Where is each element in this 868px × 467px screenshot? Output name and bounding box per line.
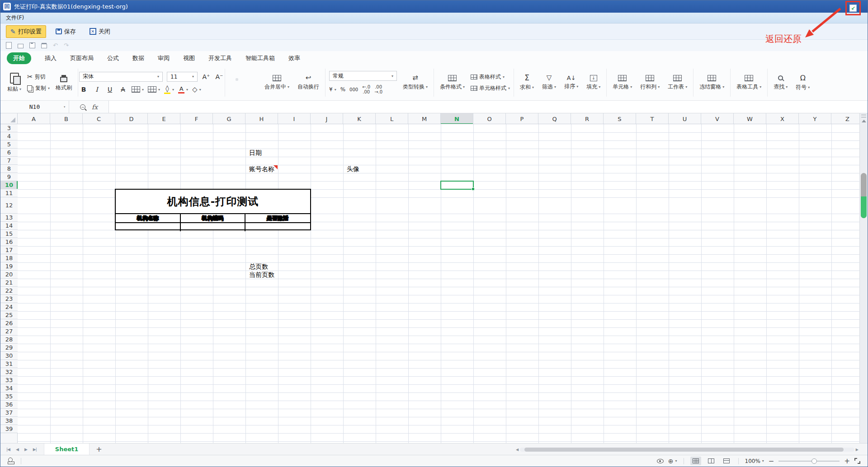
row-header-37[interactable]: 37 — [0, 409, 18, 417]
column-header-Z[interactable]: Z — [831, 113, 860, 124]
row-header-3[interactable]: 3 — [0, 124, 18, 132]
row-header-7[interactable]: 7 — [0, 157, 18, 165]
ribbon-tab-智能工具箱[interactable]: 智能工具箱 — [245, 54, 275, 62]
sheet-tab-Sheet1[interactable]: Sheet1 — [44, 444, 90, 455]
table-empty-cell[interactable] — [245, 223, 309, 231]
number-format-select[interactable]: 常规▾ — [329, 71, 397, 81]
underline-button[interactable]: U — [105, 86, 114, 93]
increase-indent-button[interactable] — [256, 78, 259, 81]
justify-button[interactable] — [249, 84, 252, 87]
page-layout-view-button[interactable] — [706, 457, 717, 465]
scroll-up-icon[interactable] — [862, 120, 866, 122]
row-header-31[interactable]: 31 — [0, 360, 18, 368]
new-file-icon[interactable] — [6, 42, 12, 49]
fx-icon[interactable]: fx — [92, 103, 98, 111]
horizontal-scroll-thumb[interactable] — [524, 448, 844, 452]
column-header-V[interactable]: V — [701, 113, 734, 124]
column-header-U[interactable]: U — [669, 113, 701, 124]
table-empty-cell[interactable] — [180, 223, 245, 231]
bold-button[interactable]: B — [79, 86, 88, 93]
ribbon-tab-审阅[interactable]: 审阅 — [158, 54, 170, 62]
column-header-Q[interactable]: Q — [538, 113, 571, 124]
row-header-35[interactable]: 35 — [0, 392, 18, 401]
row-header-26[interactable]: 26 — [0, 319, 18, 327]
row-header-38[interactable]: 38 — [0, 417, 18, 425]
column-header-H[interactable]: H — [245, 113, 278, 124]
column-header-A[interactable]: A — [18, 113, 50, 124]
cell-H20[interactable]: 当前页数 — [247, 271, 274, 279]
grow-font-button[interactable]: A⁺ — [202, 73, 211, 80]
row-header-18[interactable]: 18 — [0, 254, 18, 262]
copy-button[interactable]: 复制▾ — [27, 84, 50, 92]
column-header-T[interactable]: T — [636, 113, 669, 124]
horizontal-scrollbar[interactable]: ◀ ▶ — [516, 447, 859, 452]
row-header-5[interactable]: 5 — [0, 140, 18, 149]
ribbon-tab-开发工具[interactable]: 开发工具 — [208, 54, 232, 62]
table-style-button[interactable]: 表格样式▾ — [471, 73, 510, 81]
sort-button[interactable]: A↓ 排序▾ — [562, 75, 580, 90]
row-header-20[interactable]: 20 — [0, 271, 18, 279]
cell-button[interactable]: 单元格▾ — [610, 75, 634, 91]
find-button[interactable]: 查找▾ — [771, 75, 790, 91]
ribbon-tab-视图[interactable]: 视图 — [183, 54, 195, 62]
column-header-L[interactable]: L — [376, 113, 408, 124]
thousand-separator-button[interactable]: 000 — [349, 87, 358, 92]
row-header-13[interactable]: 13 — [0, 214, 18, 222]
zoom-level[interactable]: 100%▾ — [745, 458, 764, 464]
fullscreen-icon[interactable] — [854, 458, 860, 464]
row-header-6[interactable]: 6 — [0, 149, 18, 157]
column-header-S[interactable]: S — [604, 113, 636, 124]
decrease-indent-button[interactable] — [249, 78, 252, 81]
type-convert-button[interactable]: ⇄ 类型转换▾ — [401, 75, 430, 91]
column-header-Y[interactable]: Y — [799, 113, 831, 124]
format-painter-button[interactable]: 格式刷 — [53, 74, 74, 92]
align-right-button[interactable] — [242, 84, 245, 87]
zoom-slider-knob[interactable] — [811, 458, 817, 464]
next-sheet-icon[interactable]: ▶ — [24, 447, 27, 452]
row-header-39[interactable]: 39 — [0, 425, 18, 433]
wrap-text-button[interactable]: ↩ 自动换行 — [295, 75, 321, 91]
column-header-C[interactable]: C — [83, 113, 115, 124]
column-header-D[interactable]: D — [115, 113, 148, 124]
row-header-32[interactable]: 32 — [0, 368, 18, 376]
column-header-J[interactable]: J — [311, 113, 343, 124]
name-box-caret-icon[interactable]: ▾ — [63, 105, 66, 109]
column-header-K[interactable]: K — [343, 113, 376, 124]
cell-style-button[interactable]: 单元格样式▾ — [471, 84, 510, 92]
add-sheet-button[interactable]: + — [96, 445, 102, 453]
cell-H8[interactable]: 账号名称 — [247, 165, 274, 173]
column-header-N[interactable]: N — [441, 113, 473, 124]
row-header-30[interactable]: 30 — [0, 352, 18, 360]
column-header-R[interactable]: R — [571, 113, 604, 124]
zoom-out-button[interactable]: − — [769, 457, 774, 465]
draw-border-button[interactable]: ▾ — [148, 86, 160, 93]
align-bottom-button[interactable] — [242, 78, 245, 81]
split-handle[interactable] — [861, 115, 866, 117]
selected-cell-N10[interactable] — [440, 181, 474, 190]
worksheet-button[interactable]: 工作表▾ — [665, 75, 689, 91]
align-center-button[interactable] — [236, 84, 238, 87]
zoom-slider[interactable] — [778, 461, 840, 462]
merge-center-button[interactable]: 合并居中▾ — [262, 75, 292, 91]
row-header-21[interactable]: 21 — [0, 279, 18, 287]
ribbon-tab-数据[interactable]: 数据 — [132, 54, 144, 62]
cell-H6[interactable]: 日期 — [247, 149, 262, 157]
row-header-12[interactable]: 12 — [0, 197, 18, 214]
stamp-icon[interactable] — [8, 458, 14, 464]
currency-button[interactable]: ¥▾ — [329, 86, 336, 93]
symbol-button[interactable]: Ω 符号▾ — [793, 75, 812, 91]
paste-button[interactable]: 粘贴▾ — [5, 73, 24, 93]
column-header-F[interactable]: F — [180, 113, 213, 124]
row-header-16[interactable]: 16 — [0, 238, 18, 246]
grid[interactable]: 3456789101112131415161718192021222324252… — [0, 124, 860, 443]
column-header-O[interactable]: O — [473, 113, 506, 124]
conditional-format-button[interactable]: 条件格式▾ — [438, 75, 467, 91]
distribute-button[interactable] — [256, 84, 259, 87]
row-header-36[interactable]: 36 — [0, 401, 18, 409]
center-view-button[interactable]: ⊕▾ — [668, 458, 677, 465]
rows-cols-button[interactable]: 行和列▾ — [638, 75, 662, 91]
decrease-decimal-button[interactable]: ←.0.00 — [362, 84, 370, 94]
row-header-19[interactable]: 19 — [0, 262, 18, 271]
first-sheet-icon[interactable]: |◀ — [6, 447, 10, 452]
scroll-left-icon[interactable]: ◀ — [516, 448, 519, 452]
